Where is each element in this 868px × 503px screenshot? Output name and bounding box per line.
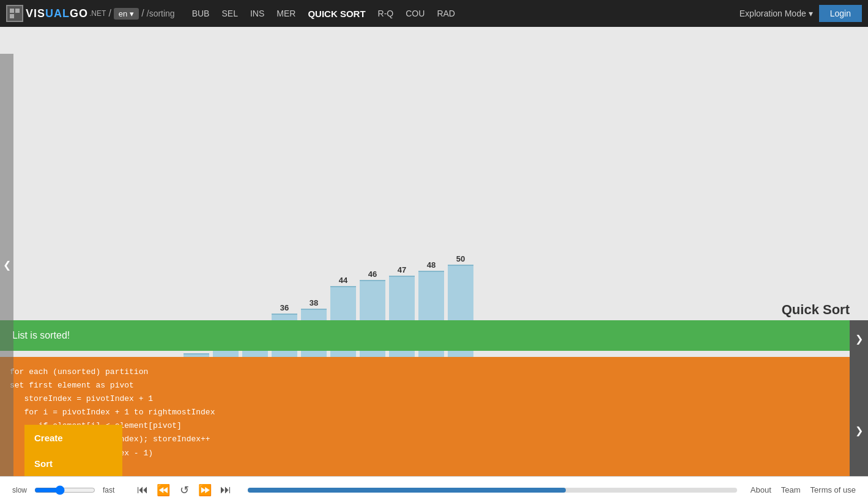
- nav-sel[interactable]: SEL: [217, 6, 242, 21]
- lang-arrow: ▾: [130, 9, 134, 18]
- footer-team[interactable]: Team: [781, 485, 801, 494]
- left-arrow-icon: ❮: [3, 259, 11, 271]
- progress-bar-fill: [248, 488, 566, 493]
- exploration-mode-arrow: ▾: [809, 9, 813, 18]
- speed-slider[interactable]: [34, 485, 95, 495]
- nav-cou[interactable]: COU: [401, 6, 429, 21]
- exploration-mode-label: Exploration Mode: [740, 9, 806, 18]
- nav-mer[interactable]: MER: [272, 6, 300, 21]
- bar-label: 38: [310, 298, 318, 307]
- speed-fast-label: fast: [103, 486, 114, 494]
- svg-rect-1: [15, 9, 20, 13]
- bar-label: 46: [368, 270, 377, 279]
- nav-rad[interactable]: RAD: [432, 6, 460, 21]
- playback-controls: ⏮ ⏪ ↺ ⏩ ⏭: [134, 482, 234, 499]
- brand-vis: VIS: [26, 7, 45, 20]
- code-line: storeIndex = pivotIndex + 1: [10, 392, 858, 406]
- replay-button[interactable]: ↺: [176, 482, 193, 499]
- code-line: if element[i] < element[pivot]: [10, 419, 858, 433]
- status-panel: List is sorted!: [0, 320, 850, 351]
- step-forward-button[interactable]: ⏩: [196, 482, 213, 499]
- status-text: List is sorted!: [12, 330, 70, 341]
- algo-title: Quick Sort: [782, 302, 850, 318]
- progress-bar-container[interactable]: [248, 488, 736, 493]
- language-button[interactable]: en ▾: [114, 8, 139, 20]
- code-line: swap(pivot, storeIndex - 1): [10, 447, 858, 460]
- create-menu-item[interactable]: Create: [24, 425, 122, 450]
- bar-label: 50: [456, 254, 465, 263]
- svg-rect-0: [10, 9, 14, 13]
- brand-logo: VISUALGO: [26, 7, 88, 20]
- brand-ual: UAL: [45, 7, 70, 20]
- nav-rq[interactable]: R-Q: [373, 6, 399, 21]
- main-nav: BUB SEL INS MER QUICK SORT R-Q COU RAD: [187, 6, 460, 21]
- step-back-button[interactable]: ⏪: [155, 482, 172, 499]
- brand-net: .NET: [89, 9, 106, 18]
- code-line: swap(i, storeIndex); storeIndex++: [10, 433, 858, 446]
- bar-label: 36: [280, 303, 289, 312]
- svg-rect-2: [10, 14, 14, 18]
- sep2: /: [141, 8, 144, 19]
- main-area: ❮ 23451519262736384446474850 Quick Sort …: [0, 27, 868, 503]
- path-label: /sorting: [147, 9, 175, 18]
- right-arrow-icon-bottom: ❯: [855, 425, 863, 436]
- header: VISUALGO .NET / en ▾ / /sorting BUB SEL …: [0, 0, 868, 27]
- right-arrow-icon-top: ❯: [855, 333, 863, 345]
- skip-end-button[interactable]: ⏭: [217, 482, 234, 499]
- nav-bub[interactable]: BUB: [187, 6, 215, 21]
- login-button[interactable]: Login: [819, 5, 862, 22]
- bottom-bar: slow fast ⏮ ⏪ ↺ ⏩ ⏭ About Team Terms of …: [0, 476, 868, 503]
- code-line: set first element as pivot: [10, 379, 858, 392]
- action-menu: Create Sort: [24, 425, 122, 476]
- skip-start-button[interactable]: ⏮: [134, 482, 151, 499]
- footer-links: About Team Terms of use: [751, 485, 856, 494]
- footer-terms[interactable]: Terms of use: [811, 485, 856, 494]
- speed-slow-label: slow: [12, 486, 27, 494]
- nav-ins[interactable]: INS: [245, 6, 269, 21]
- nav-quick-sort[interactable]: QUICK SORT: [303, 6, 370, 21]
- code-line: for each (unsorted) partition: [10, 365, 858, 379]
- left-nav-arrow[interactable]: ❮: [0, 54, 13, 476]
- logo-icon: [6, 5, 23, 22]
- exploration-mode-button[interactable]: Exploration Mode ▾: [740, 9, 813, 18]
- bar-label: 44: [339, 276, 347, 285]
- footer-about[interactable]: About: [751, 485, 771, 494]
- bar-label: 48: [427, 260, 436, 270]
- brand-go: GO: [70, 7, 88, 20]
- bar-label: 47: [398, 265, 406, 274]
- lang-label: en: [119, 9, 127, 18]
- header-right-actions: Exploration Mode ▾ Login: [740, 5, 862, 22]
- sep1: /: [108, 8, 111, 19]
- sort-menu-item[interactable]: Sort: [24, 450, 122, 476]
- code-line: for i = pivotIndex + 1 to rightmostIndex: [10, 406, 858, 419]
- nav-arrow-status[interactable]: ❯: [850, 320, 868, 357]
